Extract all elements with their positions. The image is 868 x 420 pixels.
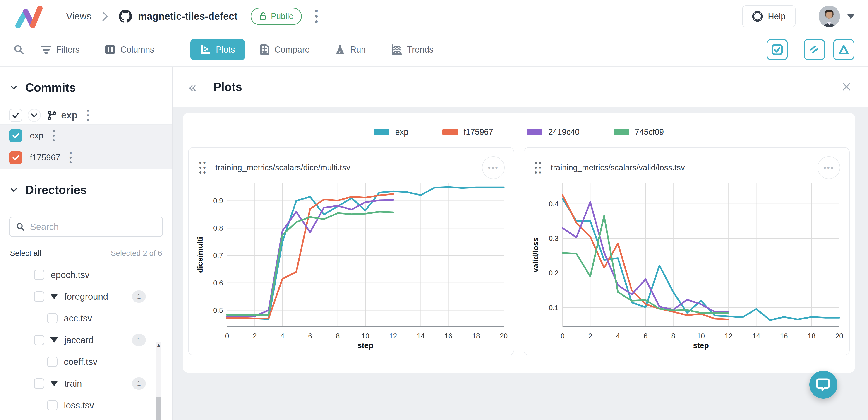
chevron-down-icon: [10, 84, 18, 91]
svg-text:10: 10: [697, 332, 705, 340]
checkbox-unchecked[interactable]: [47, 313, 58, 324]
repo-title: magnetic-tiles-defect: [138, 11, 238, 22]
plots-panel-header: « Plots: [173, 67, 868, 107]
chat-bubble-icon: [816, 378, 830, 391]
expander-triangle-icon[interactable]: [50, 381, 58, 386]
branch-checkbox[interactable]: [9, 109, 22, 122]
trends-button[interactable]: Trends: [391, 44, 434, 55]
legend-label: exp: [395, 127, 408, 137]
commit-label: f175967: [30, 153, 60, 162]
select-mode-button[interactable]: [767, 39, 788, 60]
plot-title: training_metrics/scalars/valid/loss.tsv: [551, 163, 685, 172]
tree-item-jaccard[interactable]: jaccard 1: [0, 329, 172, 351]
check-icon: [11, 154, 20, 162]
run-button[interactable]: Run: [335, 44, 366, 55]
svg-text:0.2: 0.2: [549, 269, 559, 277]
commit-row-f175967[interactable]: f175967 •••: [0, 147, 172, 169]
scroll-up-icon[interactable]: ▲: [156, 343, 161, 348]
tree-item-coeff[interactable]: coeff.tsv: [0, 351, 172, 373]
checkbox-unchecked[interactable]: [34, 378, 44, 389]
delta-mode-button[interactable]: [833, 39, 855, 60]
flask-icon: [335, 44, 345, 55]
tree-item-foreground[interactable]: foreground 1: [0, 286, 172, 307]
help-button[interactable]: Help: [742, 5, 796, 27]
compare-button[interactable]: Compare: [260, 44, 310, 55]
run-label: Run: [350, 45, 366, 55]
commit-row-exp[interactable]: exp •••: [0, 125, 172, 147]
svg-text:20: 20: [835, 332, 843, 340]
checkbox-unchecked[interactable]: [47, 357, 58, 367]
branch-row[interactable]: exp •••: [0, 106, 172, 125]
dvc-studio-logo-icon[interactable]: [13, 4, 43, 29]
directories-section-header[interactable]: Directories: [0, 183, 172, 197]
breadcrumb-views-link[interactable]: Views: [66, 11, 91, 22]
line-chart-dice-multi[interactable]: 024681012141618200.50.60.70.80.9stepdice…: [193, 179, 509, 354]
directories-search[interactable]: [9, 216, 163, 237]
drag-handle-icon[interactable]: ••••••: [199, 160, 209, 175]
chat-widget-button[interactable]: [809, 370, 837, 399]
count-badge: 1: [132, 291, 146, 303]
commit-checkbox-checked[interactable]: [9, 129, 22, 142]
git-branch-icon: [46, 110, 57, 120]
trends-icon: [391, 44, 402, 55]
check-icon: [11, 131, 20, 140]
hide-commits-button[interactable]: [804, 39, 825, 60]
svg-text:6: 6: [308, 332, 312, 340]
legend-item-exp[interactable]: exp: [374, 127, 408, 137]
legend-label: 745cf09: [635, 127, 664, 137]
legend-item-f175967[interactable]: f175967: [442, 127, 493, 137]
unlock-icon: [259, 12, 267, 20]
branch-kebab-icon[interactable]: •••: [87, 108, 89, 122]
select-all-link[interactable]: Select all: [10, 249, 41, 258]
commits-title: Commits: [25, 81, 75, 94]
account-caret-down-icon[interactable]: [847, 13, 855, 19]
drag-handle-icon[interactable]: ••••••: [534, 160, 545, 175]
checkbox-unchecked[interactable]: [34, 335, 44, 345]
expander-triangle-icon[interactable]: [50, 294, 58, 299]
collapse-panel-icon[interactable]: «: [189, 79, 196, 94]
expander-triangle-icon[interactable]: [50, 337, 58, 343]
plot-cards-row: •••••• training_metrics/scalars/dice/mul…: [183, 147, 855, 355]
filters-label: Filters: [56, 45, 80, 55]
checkbox-unchecked[interactable]: [34, 291, 44, 302]
commit-kebab-icon[interactable]: •••: [69, 151, 72, 164]
tree-item-acc[interactable]: acc.tsv: [0, 307, 172, 329]
user-avatar[interactable]: [819, 6, 840, 27]
repo-menu-kebab-icon[interactable]: •••: [314, 8, 318, 25]
svg-text:2: 2: [253, 332, 257, 340]
close-icon[interactable]: [841, 82, 852, 92]
tree-item-label: loss.tsv: [64, 400, 94, 411]
app-root: Views magnetic-tiles-defect Public •••: [0, 0, 868, 420]
legend-item-745cf09[interactable]: 745cf09: [614, 127, 664, 137]
filters-button[interactable]: Filters: [41, 45, 80, 55]
legend-swatch: [442, 129, 458, 135]
scrollbar-thumb[interactable]: [156, 397, 160, 420]
count-badge: 1: [132, 334, 146, 346]
plot-card-header: •••••• training_metrics/scalars/valid/lo…: [528, 148, 845, 179]
commits-section-header[interactable]: Commits: [0, 81, 172, 94]
compare-label: Compare: [274, 45, 310, 55]
tree-item-train[interactable]: train 1: [0, 373, 172, 394]
branch-collapse-button[interactable]: [28, 109, 41, 122]
search-icon[interactable]: [13, 44, 24, 55]
tree-item-epoch[interactable]: epoch.tsv: [0, 264, 172, 286]
checkbox-unchecked[interactable]: [34, 270, 44, 280]
plot-title: training_metrics/scalars/dice/multi.tsv: [215, 163, 350, 172]
plots-button-active[interactable]: Plots: [190, 39, 245, 60]
legend-label: 2419c40: [548, 127, 580, 137]
commit-checkbox-checked[interactable]: [9, 151, 22, 164]
line-chart-valid-loss[interactable]: 024681012141618200.10.20.30.4stepvalid/l…: [528, 179, 845, 354]
svg-text:14: 14: [417, 332, 425, 340]
legend-swatch: [374, 129, 390, 135]
plot-menu-button[interactable]: •••: [817, 156, 840, 179]
legend-item-2419c40[interactable]: 2419c40: [527, 127, 580, 137]
search-input[interactable]: [30, 222, 156, 232]
commit-kebab-icon[interactable]: •••: [53, 129, 55, 143]
columns-button[interactable]: Columns: [105, 44, 154, 55]
checkbox-unchecked[interactable]: [47, 400, 58, 411]
plot-menu-button[interactable]: •••: [482, 156, 505, 179]
checkbox-check-icon: [771, 44, 783, 56]
sidebar-scrollbar[interactable]: ▲ ▼: [156, 342, 161, 420]
svg-text:0.3: 0.3: [549, 235, 559, 242]
tree-item-loss[interactable]: loss.tsv: [0, 394, 172, 414]
